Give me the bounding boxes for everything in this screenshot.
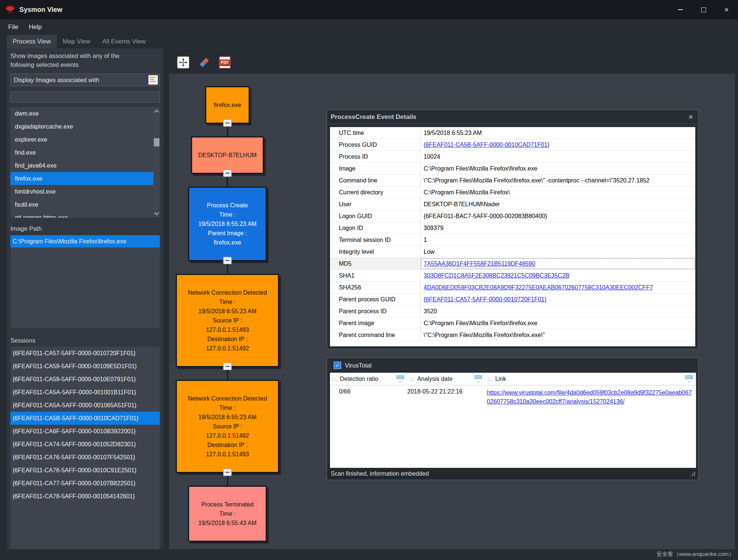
image-path-item[interactable]: C:\Program Files\Mozilla Firefox\firefox… <box>10 235 160 247</box>
close-button[interactable]: × <box>715 0 738 19</box>
process-tree: firefox.exe DESKTOP-B7ELHUM Proces <box>175 86 279 542</box>
image-list-item[interactable]: firefox.exe <box>10 172 160 185</box>
image-path-heading: Image Path <box>10 225 42 232</box>
tab[interactable]: Map View <box>57 35 96 48</box>
row-label: SHA256 <box>330 282 421 293</box>
side-panel: Show images associated with any of the f… <box>7 48 164 549</box>
session-item[interactable]: {6FEAF011-CA74-5AFF-0000-001052D82301} <box>10 438 160 451</box>
menu-file[interactable]: File <box>3 19 23 35</box>
virustotal-link[interactable]: https://www.virustotal.com/file/4da0d6ed… <box>485 385 693 406</box>
collapse-expander[interactable] <box>223 469 232 476</box>
row-label: Terminal session ID <box>330 234 421 246</box>
collapse-expander[interactable] <box>223 169 232 177</box>
row-value[interactable]: \"C:\Program Files\Mozilla Firefox\firef… <box>421 175 695 186</box>
title-bar: Sysmon View × <box>0 0 738 19</box>
eraser-button[interactable] <box>197 56 211 69</box>
maximize-button[interactable] <box>692 0 715 19</box>
row-label: Command line <box>330 175 421 186</box>
scroll-thumb[interactable] <box>154 138 159 146</box>
collapse-expander[interactable] <box>223 119 232 127</box>
session-item[interactable]: {6FEAF011-CA59-5AFF-0000-00109E5D1F01} <box>10 360 160 373</box>
session-item[interactable]: {6FEAF011-CA5A-5AFF-0000-001065A51F01} <box>10 399 160 412</box>
session-item[interactable]: {6FEAF011-CA5B-5AFF-0000-0010CAD71F01} <box>10 412 160 425</box>
tree-node-label: Process Create Time : 19/5/2018 6:55:23 … <box>198 202 257 246</box>
tree-node-label: firefox.exe <box>214 102 241 108</box>
minimize-button[interactable] <box>669 0 692 19</box>
row-value[interactable]: {6FEAF011-BAC7-5AFF-0000-002083B80400} <box>421 210 695 222</box>
tree-node[interactable]: firefox.exe <box>205 86 250 124</box>
tab[interactable]: Process View <box>7 35 57 48</box>
tree-node-label: DESKTOP-B7ELHUM <box>198 152 256 158</box>
col-analysis-date[interactable]: ::. Analysis date ↔ <box>407 373 485 385</box>
details-close-icon[interactable]: × <box>683 110 698 124</box>
row-value[interactable]: 4DA0D6ED059F03CB2E08A9D9F32275E0AEAB0670… <box>421 282 695 293</box>
row-value[interactable]: 303D8FCD1C8A5F2E308BC23921C5C09BC3E35C2B <box>421 270 695 281</box>
collapse-expander[interactable] <box>223 363 232 370</box>
row-value[interactable]: 309379 <box>421 222 695 234</box>
image-list-item[interactable]: dwm.exe <box>10 107 160 120</box>
session-item[interactable]: {6FEAF011-CA6F-5AFF-0000-0010B3922001} <box>10 425 160 438</box>
image-list-item[interactable]: git-remote-https.exe <box>10 211 160 218</box>
row-value[interactable]: C:\Program Files\Mozilla Firefox\firefox… <box>421 317 695 329</box>
row-value[interactable]: 19/5/2018 6:55:23 AM <box>421 127 695 139</box>
image-list-item[interactable]: fsutil.exe <box>10 198 160 211</box>
graph-canvas[interactable]: firefox.exe DESKTOP-B7ELHUM Proces <box>169 74 735 549</box>
tree-node-wrap: DESKTOP-B7ELHUM <box>191 136 263 187</box>
row-value[interactable]: 7A55AA36D1F4FF558F21B5119DF48590 <box>421 258 695 269</box>
image-list: dwm.exe dxgiadaptercache.exe explorer.ex… <box>10 107 160 218</box>
session-item[interactable]: {6FEAF011-CA76-5AFF-0000-0010C91E2501} <box>10 464 160 477</box>
session-item[interactable]: {6FEAF011-CA77-5AFF-0000-00107B822501} <box>10 477 160 490</box>
row-value[interactable]: C:\Program Files\Mozilla Firefox\firefox… <box>421 163 695 174</box>
tree-node[interactable]: Process Terminated Time : 19/5/2018 6:55… <box>188 486 267 542</box>
table-row: Process ID 10024 <box>330 151 695 163</box>
instructions-text: Show images associated with any of the f… <box>10 51 144 69</box>
tree-node[interactable]: DESKTOP-B7ELHUM <box>191 136 263 174</box>
row-label: UTC time <box>330 127 421 139</box>
image-list-item[interactable]: find.exe <box>10 146 160 159</box>
image-list-item[interactable]: fontdrvhost.exe <box>10 185 160 198</box>
column-resize-icon[interactable]: ↔ <box>395 375 405 383</box>
column-resize-icon[interactable]: ↔ <box>684 375 694 383</box>
image-filter-input[interactable] <box>10 91 160 103</box>
session-item[interactable]: {6FEAF011-CA59-5AFF-0000-0010E0791F01} <box>10 373 160 386</box>
session-item[interactable]: {6FEAF011-CA57-5AFF-0000-0010720F1F01} <box>10 347 160 360</box>
virustotal-checkbox[interactable]: ✓ <box>334 362 341 369</box>
resize-grip-icon[interactable] <box>691 472 695 476</box>
display-images-dropdown[interactable]: Display Images associated with <box>10 74 160 86</box>
pdf-export-button[interactable]: PDF <box>218 56 232 69</box>
row-value[interactable]: C:\Program Files\Mozilla Firefox\ <box>421 187 695 198</box>
row-label: Image <box>330 163 421 174</box>
row-value[interactable]: 10024 <box>421 151 695 162</box>
session-item[interactable]: {6FEAF011-CA78-5AFF-0000-001054142601} <box>10 490 160 503</box>
collapse-expander[interactable] <box>223 257 232 264</box>
row-value[interactable]: \"C:\Program Files\Mozilla Firefox\firef… <box>421 329 695 341</box>
image-list-item[interactable]: dxgiadaptercache.exe <box>10 120 160 133</box>
row-label: Parent process ID <box>330 305 421 317</box>
session-item[interactable]: {6FEAF011-CA76-5AFF-0000-00107F542501} <box>10 451 160 464</box>
pan-button[interactable] <box>177 56 190 69</box>
col-link[interactable]: ::. Link ↔ <box>485 373 696 385</box>
tree-node[interactable]: Network Connection Detected Time : 19/5/… <box>176 274 279 367</box>
session-item[interactable]: {6FEAF011-CA5A-5AFF-0000-001001B11F01} <box>10 386 160 399</box>
image-list-item[interactable]: find_java64.exe <box>10 159 160 172</box>
row-value[interactable]: 1 <box>421 234 695 246</box>
row-value[interactable]: {6FEAF011-CA5B-5AFF-0000-0010CAD71F01} <box>421 139 695 150</box>
menu-help[interactable]: Help <box>23 19 47 35</box>
column-resize-icon[interactable]: ↔ <box>473 375 483 383</box>
virustotal-grid-header: ::. Detection ratio ↔ ::. Analysis date … <box>330 373 696 385</box>
col-detection-ratio[interactable]: ::. Detection ratio ↔ <box>330 373 407 385</box>
row-label: Parent process GUID <box>330 294 421 305</box>
tab[interactable]: All Events View <box>96 35 152 48</box>
image-list-item[interactable]: explorer.exe <box>10 133 160 146</box>
row-value[interactable]: DESKTOP-B7ELHUM\Nader <box>421 198 695 210</box>
image-list-scrollbar[interactable] <box>153 107 160 218</box>
scroll-down-icon[interactable] <box>154 210 159 215</box>
row-value[interactable]: Low <box>421 246 695 258</box>
tree-node[interactable]: Network Connection Detected Time : 19/5/… <box>176 380 279 473</box>
scroll-up-icon[interactable] <box>154 110 159 114</box>
row-value[interactable]: {6FEAF011-CA57-5AFF-0000-0010720F1F01} <box>421 294 695 305</box>
row-value[interactable]: 3520 <box>421 305 695 317</box>
row-label: Logon GUID <box>330 210 421 222</box>
tree-node[interactable]: Process Create Time : 19/5/2018 6:55:23 … <box>188 187 267 261</box>
event-details-header: ProcessCreate Event Details × <box>327 110 698 124</box>
